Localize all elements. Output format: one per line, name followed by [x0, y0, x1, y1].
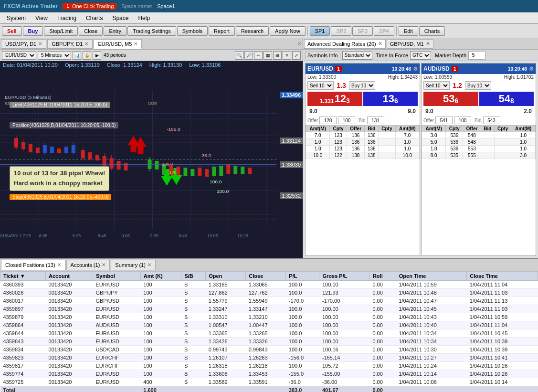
menu-space[interactable]: Space: [107, 14, 133, 22]
table-row[interactable]: Total1,600383.0401.670.00: [0, 386, 538, 392]
chart-icon1[interactable]: 📊: [73, 51, 81, 60]
menu-charts[interactable]: Charts: [81, 14, 107, 22]
accounts-tab[interactable]: Accounts (1) ✕: [66, 260, 110, 270]
eurusd-bid-input[interactable]: [367, 117, 384, 124]
market-depth-input[interactable]: [468, 51, 485, 60]
audusd-sell-size[interactable]: Sell 10: [423, 81, 450, 90]
eurusd-buy-size[interactable]: Buy 10: [349, 81, 375, 90]
col-ticket[interactable]: Ticket ▼: [0, 272, 46, 281]
sp1-button[interactable]: SP1: [310, 26, 330, 36]
close-button[interactable]: Close: [79, 26, 103, 36]
research-button[interactable]: Research: [236, 26, 269, 36]
col-amt[interactable]: Amt (K): [140, 272, 181, 281]
svg-rect-58: [226, 164, 230, 174]
entry-button[interactable]: Entry: [104, 26, 127, 36]
settings-icon[interactable]: ≡: [283, 51, 291, 60]
table-row[interactable]: 435989700133420EUR/USD100S1.332471.33147…: [0, 305, 538, 313]
charts-button[interactable]: Charts: [419, 26, 445, 36]
stop-limit-button[interactable]: Stop/Limit: [44, 26, 78, 36]
close-summary-tab-icon[interactable]: ✕: [148, 262, 151, 267]
table-row[interactable]: 436039300133420EUR/USD100S1.331651.33065…: [0, 281, 538, 289]
table-row[interactable]: 435972500133420EUR/USD400S1.335821.33591…: [0, 378, 538, 386]
gtc-select[interactable]: GTC: [410, 51, 431, 60]
eurusd-sell-size[interactable]: Sell 10: [307, 81, 334, 90]
sp2-button[interactable]: SP2: [331, 26, 351, 36]
symbols-button[interactable]: Symbols: [177, 26, 208, 36]
eurusd-gear-icon[interactable]: ⚙: [413, 66, 418, 72]
table-row[interactable]: 436002600133420GBP/JPY100S127.862127.762…: [0, 289, 538, 297]
zoom-out-icon[interactable]: 🔎: [244, 51, 253, 60]
chart-area[interactable]: -155.0 -36.0 100.0 100.0 100.0 100 01/04…: [0, 71, 303, 258]
menu-view[interactable]: View: [31, 14, 53, 22]
chart-icon2[interactable]: 🔒: [83, 51, 91, 60]
col-account[interactable]: Account: [46, 272, 93, 281]
buy-button[interactable]: Buy: [23, 26, 43, 36]
col-symbol[interactable]: Symbol: [93, 272, 140, 281]
audusd-bid-input[interactable]: [483, 117, 500, 124]
col-close-time[interactable]: Close Time: [467, 272, 538, 281]
eurusd-sell-button[interactable]: 1.331123: [307, 92, 362, 106]
closed-positions-tab[interactable]: Closed Positions (13) ✕: [1, 260, 65, 270]
apply-now-button[interactable]: Apply Now: [270, 26, 306, 36]
menu-system[interactable]: System: [2, 14, 31, 22]
move-icon[interactable]: ↔: [254, 51, 263, 60]
eurusd-buy-button[interactable]: 136: [363, 92, 418, 106]
chart-tab-gbpjpy[interactable]: GBP/JPY, D1 ✕: [47, 39, 93, 49]
chart-icon3[interactable]: ▶: [93, 51, 101, 60]
standard-select[interactable]: Standard: [342, 51, 372, 60]
col-sb[interactable]: S/B: [181, 272, 206, 281]
eurusd-offer-input[interactable]: [319, 117, 337, 124]
audusd-offer-input[interactable]: [435, 117, 453, 124]
col-open-time[interactable]: Open Time: [396, 272, 467, 281]
trading-settings-button[interactable]: Trading Settings: [127, 26, 176, 36]
symbol-select[interactable]: EUR/USD: [2, 51, 36, 60]
table-row[interactable]: 436001700133420GBP/USD100S1.557791.55949…: [0, 297, 538, 305]
zoom-in-icon[interactable]: 🔍: [235, 51, 243, 60]
menu-help[interactable]: Help: [133, 14, 155, 22]
close-tab-gbpjpy-icon[interactable]: ✕: [84, 41, 88, 46]
summary-tab[interactable]: Summary (1) ✕: [111, 260, 156, 270]
sp3-button[interactable]: SP3: [352, 26, 373, 36]
positions-table-wrap[interactable]: Ticket ▼ Account Symbol Amt (K) S/B Open…: [0, 271, 538, 392]
audusd-gear-icon[interactable]: ⚙: [529, 66, 534, 72]
table-row[interactable]: 435984300133420EUR/USD100S1.334261.33326…: [0, 338, 538, 346]
table-row[interactable]: 435983400133420USD/CAD100B0.997430.99843…: [0, 346, 538, 354]
audusd-offer-qty[interactable]: [454, 117, 471, 124]
close-chart-panel-icon[interactable]: ✕: [297, 41, 302, 47]
table-row[interactable]: 435987900133420EUR/USD100S1.333101.33210…: [0, 313, 538, 321]
table-row[interactable]: 435977400133420EUR/USD100B1.336081.33453…: [0, 370, 538, 378]
close-adv-tab-icon[interactable]: ✕: [378, 41, 382, 47]
col-pl[interactable]: P/L: [286, 272, 319, 281]
gbpusd-tab[interactable]: GBP/USD, M1 ✕: [387, 39, 433, 49]
eurusd-offer-qty[interactable]: [338, 117, 355, 124]
grid-icon[interactable]: ▦: [264, 51, 272, 60]
chart-tab-eurusd[interactable]: EUR/USD, M5 ✕: [94, 39, 142, 49]
sell-button[interactable]: Sell: [2, 26, 22, 36]
table-row[interactable]: 435982300133420EUR/CHF100S1.261071.26263…: [0, 354, 538, 362]
col-roll[interactable]: Roll: [369, 272, 396, 281]
table-row[interactable]: 435984400133420EUR/USD100S1.333651.33265…: [0, 329, 538, 338]
report-button[interactable]: Report: [209, 26, 235, 36]
timeframe-select[interactable]: 5 Minutes: [38, 51, 71, 60]
advanced-dealing-tab[interactable]: Advanced Dealing Rates (20) ✕: [304, 39, 386, 49]
audusd-buy-button[interactable]: 548: [479, 92, 534, 106]
close-tab-eurusd-icon[interactable]: ✕: [134, 41, 137, 46]
edit-button[interactable]: Edit: [399, 26, 418, 36]
expand-icon[interactable]: ⊞: [273, 51, 282, 60]
symbols-info-label[interactable]: Symbols Info: [305, 52, 340, 59]
close-tab-usdjpy-icon[interactable]: ✕: [38, 41, 42, 46]
audusd-buy-size[interactable]: Buy 10: [465, 81, 491, 90]
table-row[interactable]: 435986400133420AUD/USD100S1.005471.00447…: [0, 321, 538, 329]
close-gbpusd-tab-icon[interactable]: ✕: [426, 41, 430, 47]
close-positions-tab-icon[interactable]: ✕: [57, 262, 61, 267]
col-open[interactable]: Open: [206, 272, 246, 281]
maximize-icon[interactable]: ⤢: [292, 51, 301, 60]
col-close[interactable]: Close: [246, 272, 286, 281]
audusd-sell-button[interactable]: 536: [423, 92, 478, 106]
table-row[interactable]: 435981700133420EUR/CHF100S1.263181.26218…: [0, 362, 538, 370]
menu-trading[interactable]: Trading: [53, 14, 81, 22]
close-accounts-tab-icon[interactable]: ✕: [102, 262, 105, 267]
chart-tab-usdjpy[interactable]: USD/JPY, D1 ✕: [1, 39, 46, 49]
col-gross-pl[interactable]: Gross P/L: [319, 272, 369, 281]
sp4-button[interactable]: SP4: [374, 26, 394, 36]
